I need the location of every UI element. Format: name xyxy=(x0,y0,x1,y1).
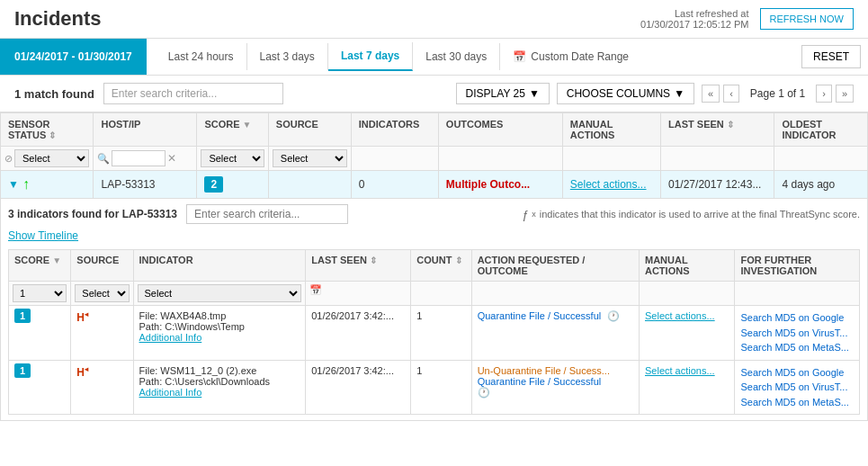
further-link-google-2[interactable]: Search MD5 on Google xyxy=(740,365,854,381)
chevron-down-icon: ▼ xyxy=(529,87,540,100)
inner-score-1: 1 xyxy=(9,306,71,361)
function-icon: ƒ xyxy=(522,208,528,221)
filter-source[interactable]: Select xyxy=(268,147,351,171)
threatsync-note: ƒ x indicates that this indicator is use… xyxy=(522,208,860,221)
inner-th-score: SCORE ▼ xyxy=(9,250,71,282)
additional-info-link-2[interactable]: Additional Info xyxy=(139,387,202,398)
inner-source-2: H◂ xyxy=(71,360,133,415)
inner-th-indicator: INDICATOR xyxy=(133,250,306,282)
toolbar-right: DISPLAY 25 ▼ CHOOSE COLUMNS ▼ « ‹ Page 1… xyxy=(456,83,854,104)
indicators-found: 3 indicators found for LAP-53313 xyxy=(8,208,177,220)
calendar-icon: 📅 xyxy=(513,50,526,63)
last-page-button[interactable]: » xyxy=(836,85,854,103)
inner-source-select[interactable]: Select xyxy=(75,284,129,302)
inner-table-row: 1 H◂ File: WAXB4A8.tmp Path: C:\Windows\… xyxy=(9,306,860,361)
filter-last-30d[interactable]: Last 30 days xyxy=(413,43,500,70)
inner-source-1: H◂ xyxy=(71,306,133,361)
inner-indicator-select[interactable]: Select xyxy=(138,284,302,302)
clock-icon[interactable]: 🕐 xyxy=(607,310,620,321)
filter-score[interactable]: Select xyxy=(197,147,268,171)
th-oldest-indicator: OLDESTINDICATOR xyxy=(774,113,868,147)
reset-button[interactable]: RESET xyxy=(801,45,861,68)
inner-filter-indicator[interactable]: Select xyxy=(133,282,306,306)
further-link-meta-2[interactable]: Search MD5 on MetaS... xyxy=(740,395,854,410)
source-select[interactable]: Select xyxy=(273,149,347,167)
inner-header-row: SCORE ▼ SOURCE INDICATOR LAST SEEN ⇕ COU… xyxy=(9,250,860,282)
filter-row: ⊘ Select 🔍 ✕ Select xyxy=(1,147,868,171)
header-right: Last refreshed at 01/30/2017 12:05:12 PM… xyxy=(640,8,854,30)
inner-indicator-1: File: WAXB4A8.tmp Path: C:\Windows\Temp … xyxy=(133,306,306,361)
filter-last-3d[interactable]: Last 3 days xyxy=(247,43,328,70)
clock-icon-2[interactable]: 🕐 xyxy=(478,387,490,398)
inner-th-last-seen: LAST SEEN ⇕ xyxy=(306,250,411,282)
expanded-left: 3 indicators found for LAP-53313 xyxy=(8,204,348,224)
further-link-virus-1[interactable]: Search MD5 on VirusT... xyxy=(740,326,854,341)
chevron-down-icon: ▼ xyxy=(674,87,685,100)
active-date-range[interactable]: 01/24/2017 - 01/30/2017 xyxy=(0,39,147,75)
filter-host-ip[interactable]: 🔍 ✕ xyxy=(94,147,197,171)
incident-oldest-indicator: 4 days ago xyxy=(774,171,868,199)
inner-filter-source[interactable]: Select xyxy=(71,282,133,306)
incident-manual-actions[interactable]: Select actions... xyxy=(562,171,660,199)
incident-outcomes: Multiple Outco... xyxy=(438,171,562,199)
inner-filter-score[interactable]: 1 xyxy=(9,282,71,306)
th-indicators: INDICATORS xyxy=(351,113,438,147)
inner-th-count: COUNT ⇕ xyxy=(411,250,471,282)
display-button[interactable]: DISPLAY 25 ▼ xyxy=(456,83,550,104)
inner-score-select[interactable]: 1 xyxy=(13,284,67,302)
host-ip-input[interactable] xyxy=(112,150,166,166)
inner-manual-1[interactable]: Select actions... xyxy=(639,306,734,361)
further-link-meta-1[interactable]: Search MD5 on MetaS... xyxy=(740,340,854,355)
page-info: Page 1 of 1 xyxy=(743,87,812,100)
calendar-filter-icon[interactable]: 📅 xyxy=(309,284,322,295)
choose-columns-button[interactable]: CHOOSE COLUMNS ▼ xyxy=(557,83,694,104)
th-source: SOURCE xyxy=(268,113,351,147)
th-manual-actions: MANUALACTIONS xyxy=(562,113,660,147)
further-link-virus-2[interactable]: Search MD5 on VirusT... xyxy=(740,380,854,395)
inner-filter-last-seen[interactable]: 📅 xyxy=(306,282,411,306)
additional-info-link-1[interactable]: Additional Info xyxy=(139,332,202,343)
sensor-up-icon: ↑ xyxy=(22,176,30,193)
inner-table: SCORE ▼ SOURCE INDICATOR LAST SEEN ⇕ COU… xyxy=(8,249,860,415)
inner-action-1: Quarantine File / Successful 🕐 xyxy=(471,306,639,361)
inner-th-manual-actions: MANUALACTIONS xyxy=(639,250,734,282)
filter-sensor-status[interactable]: ⊘ Select xyxy=(1,147,94,171)
incident-last-seen: 01/27/2017 12:43... xyxy=(661,171,774,199)
search-wrapper xyxy=(103,83,283,104)
inner-table-row: 1 H◂ File: WSM11_12_0 (2).exe Path: C:\U… xyxy=(9,360,860,415)
filter-outcomes xyxy=(438,147,562,171)
inner-score-2: 1 xyxy=(9,360,71,415)
inner-filter-further xyxy=(735,282,860,306)
expand-icon[interactable]: ▼ xyxy=(8,178,19,191)
sensor-status-select[interactable]: Select xyxy=(14,149,89,167)
refresh-now-button[interactable]: REFRESH NOW xyxy=(760,8,855,30)
inner-last-seen-1: 01/26/2017 3:42:... xyxy=(306,306,411,361)
first-page-button[interactable]: « xyxy=(702,85,720,103)
search-input[interactable] xyxy=(103,83,283,104)
next-page-button[interactable]: › xyxy=(816,85,832,103)
show-timeline-link[interactable]: Show Timeline xyxy=(8,229,78,242)
search-bar: 1 match found DISPLAY 25 ▼ CHOOSE COLUMN… xyxy=(0,76,868,112)
expanded-row: 3 indicators found for LAP-53313 ƒ x ind… xyxy=(1,199,868,421)
prev-page-button[interactable]: ‹ xyxy=(723,85,739,103)
custom-date-range[interactable]: 📅 Custom Date Range xyxy=(500,43,641,70)
filter-indicators xyxy=(351,147,438,171)
incident-row: ▼ ↑ LAP-53313 2 0 Multiple xyxy=(1,171,868,199)
filter-last-24h[interactable]: Last 24 hours xyxy=(156,43,247,70)
th-host-ip: HOST/IP xyxy=(94,113,197,147)
filter-last-7d[interactable]: Last 7 days xyxy=(328,42,413,71)
filter-icon: ⊘ xyxy=(4,153,13,165)
inner-th-further: FOR FURTHERINVESTIGATION xyxy=(735,250,860,282)
expanded-search-input[interactable] xyxy=(186,204,348,224)
further-link-google-1[interactable]: Search MD5 on Google xyxy=(740,310,854,326)
expanded-area: 3 indicators found for LAP-53313 ƒ x ind… xyxy=(1,199,868,421)
date-filter-bar: 01/24/2017 - 01/30/2017 Last 24 hours La… xyxy=(0,39,868,76)
inner-th-source: SOURCE xyxy=(71,250,133,282)
incident-indicators: 0 xyxy=(351,171,438,199)
score-select[interactable]: Select xyxy=(201,149,264,167)
clear-icon[interactable]: ✕ xyxy=(167,152,176,165)
refresh-info: Last refreshed at 01/30/2017 12:05:12 PM xyxy=(640,8,748,30)
main-table-container: SENSORSTATUS ⇕ HOST/IP SCORE ▼ SOURCE IN… xyxy=(0,112,868,466)
inner-manual-2[interactable]: Select actions... xyxy=(639,360,734,415)
date-filters: Last 24 hours Last 3 days Last 7 days La… xyxy=(147,42,801,71)
